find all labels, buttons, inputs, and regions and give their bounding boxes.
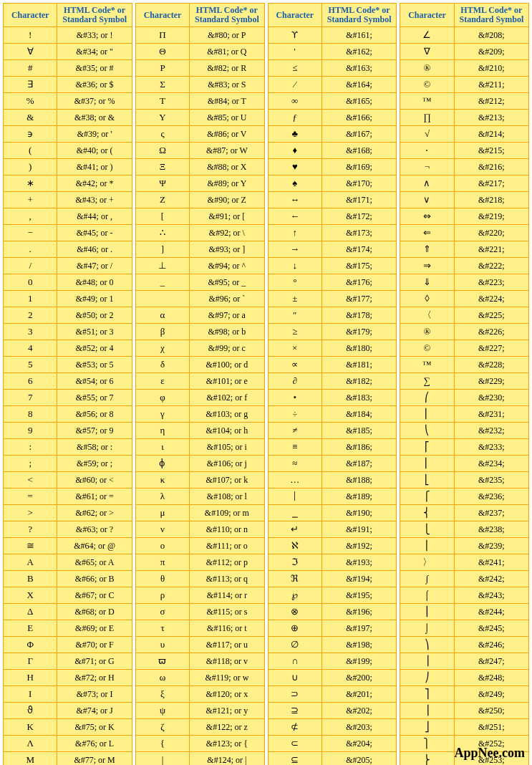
cell-code: &#196; <box>321 604 396 620</box>
cell-character: Κ <box>4 719 57 736</box>
cell-code: &#229; <box>454 373 528 390</box>
table-row: θ&#113; or q <box>135 571 264 587</box>
table-row: ↓&#175; <box>268 258 397 274</box>
cell-character: ± <box>268 291 321 307</box>
table-row: Β&#66; or B <box>4 571 132 587</box>
table-row: λ&#108; or l <box>135 489 264 505</box>
table-row: ⊂&#204; <box>268 736 397 752</box>
table-row: ℜ&#194; <box>268 571 397 587</box>
table-row: 2&#50; or 2 <box>4 307 132 324</box>
cell-character: μ <box>135 505 189 521</box>
cell-code: &#70; or F <box>57 637 132 653</box>
cell-code: &#107; or k <box>190 472 264 489</box>
cell-character: 4 <box>4 340 57 357</box>
cell-character: ⇓ <box>400 274 454 291</box>
table-row: Ξ&#88; or X <box>135 159 264 175</box>
cell-character: ™ <box>400 93 454 110</box>
cell-character: ∏ <box>400 110 454 126</box>
table-row: ±&#177; <box>268 291 397 307</box>
cell-character: 6 <box>4 373 57 390</box>
cell-code: &#42; or * <box>57 175 132 192</box>
cell-code: &#220; <box>454 225 528 241</box>
cell-character: ⊇ <box>268 703 321 719</box>
cell-character: Χ <box>4 587 57 604</box>
cell-character: | <box>135 752 189 765</box>
cell-character: ∠ <box>400 27 454 44</box>
table-row: ⇒&#222; <box>400 258 529 274</box>
table-row: ?&#63; or ? <box>4 521 132 538</box>
table-row: ♥&#169; <box>268 159 397 175</box>
table-row: Θ&#81; or Q <box>135 44 264 60</box>
cell-character: ↔ <box>268 192 321 208</box>
cell-code: &#219; <box>454 208 528 225</box>
cell-character: ζ <box>135 719 189 736</box>
table-row: Τ&#84; or T <box>135 93 264 110</box>
cell-code: &#215; <box>454 143 528 159</box>
table-row: ×&#180; <box>268 340 397 357</box>
cell-code: &#232; <box>454 423 528 439</box>
cell-code: &#71; or G <box>57 653 132 670</box>
table-row: |&#124; or | <box>135 752 264 765</box>
cell-character: ↑ <box>268 225 321 241</box>
table-row: /&#47; or / <box>4 258 132 274</box>
cell-character: ! <box>4 27 57 44</box>
table-row: ⊕&#197; <box>268 620 397 637</box>
cell-character: 1 <box>4 291 57 307</box>
cell-code: &#56; or 8 <box>57 406 132 423</box>
cell-code: &#221; <box>454 241 528 258</box>
cell-character: ∫ <box>400 571 454 587</box>
cell-character: = <box>4 489 57 505</box>
table-row: ⊃&#201; <box>268 686 397 703</box>
table-row: ©&#211; <box>400 77 529 93</box>
cell-code: &#246; <box>454 637 528 653</box>
cell-code: &#166; <box>321 110 396 126</box>
table-row: %&#37; or % <box>4 93 132 110</box>
cell-character: ⇑ <box>400 241 454 258</box>
cell-character: Θ <box>135 44 189 60</box>
header-character: Character <box>4 4 57 27</box>
cell-code: &#173; <box>321 225 396 241</box>
cell-character: ∃ <box>4 77 57 93</box>
cell-character: α <box>135 307 189 324</box>
table-row: ∝&#181; <box>268 357 397 373</box>
cell-code: &#164; <box>321 77 396 93</box>
header-code: HTML Code* or Standard Symbol <box>57 4 132 27</box>
table-row: Κ&#75; or K <box>4 719 132 736</box>
cell-character: ? <box>4 521 57 538</box>
cell-code: &#233; <box>454 439 528 456</box>
table-row: α&#97; or a <box>135 307 264 324</box>
cell-code: &#244; <box>454 604 528 620</box>
cell-character: ⎜ <box>400 406 454 423</box>
table-row: Χ&#67; or C <box>4 587 132 604</box>
cell-code: &#98; or b <box>190 324 264 340</box>
table-row: ♣&#167; <box>268 126 397 143</box>
table-row: ⎤&#249; <box>400 686 529 703</box>
cell-character: ℜ <box>268 571 321 587</box>
cell-character: φ <box>135 390 189 406</box>
cell-character: ; <box>4 456 57 472</box>
cell-character: ♦ <box>268 143 321 159</box>
cell-code: &#103; or g <box>190 406 264 423</box>
table-row: ,&#44; or , <box>4 208 132 225</box>
table-4: CharacterHTML Code* or Standard Symbol∠&… <box>400 3 529 765</box>
table-row: η&#104; or h <box>135 423 264 439</box>
table-row: Γ&#71; or G <box>4 653 132 670</box>
cell-code: &#110; or n <box>190 521 264 538</box>
cell-code: &#189; <box>321 489 396 505</box>
table-row: ⎮&#244; <box>400 604 529 620</box>
cell-character: Ω <box>135 143 189 159</box>
cell-character: ⎝ <box>400 423 454 439</box>
table-row: (&#40; or ( <box>4 143 132 159</box>
table-row: Π&#80; or P <box>135 27 264 44</box>
cell-code: &#209; <box>454 44 528 60</box>
cell-character: × <box>268 340 321 357</box>
cell-character: … <box>268 472 321 489</box>
table-row: Ρ&#82; or R <box>135 60 264 77</box>
cell-code: &#55; or 7 <box>57 390 132 406</box>
cell-code: &#217; <box>454 175 528 192</box>
cell-code: &#235; <box>454 472 528 489</box>
cell-character: ⊆ <box>268 752 321 765</box>
cell-character: ⎡ <box>400 439 454 456</box>
cell-character: ϕ <box>135 456 189 472</box>
cell-code: &#106; or j <box>190 456 264 472</box>
